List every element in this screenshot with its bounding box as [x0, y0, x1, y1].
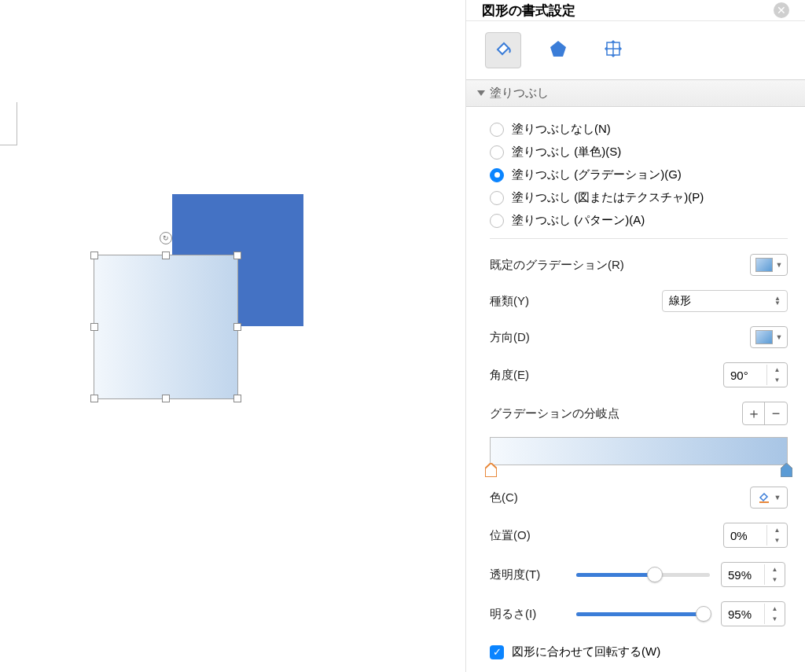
divider — [490, 238, 788, 239]
preset-gradient-label: 既定のグラデーション(R) — [490, 258, 624, 273]
panel-title: 図形の書式設定 — [482, 2, 774, 20]
size-icon — [603, 39, 623, 62]
canvas[interactable]: ↻ — [0, 0, 465, 672]
brightness-spinner[interactable]: ▲▼ — [721, 601, 785, 626]
direction-label: 方向(D) — [490, 330, 530, 345]
fill-option-label: 塗りつぶし (パターン)(A) — [512, 213, 645, 228]
preset-gradient-picker[interactable]: ▼ — [750, 254, 788, 276]
angle-spinner[interactable]: ▲▼ — [723, 362, 788, 387]
paint-bucket-icon — [493, 39, 513, 62]
rotate-with-shape-row[interactable]: ✓ 図形に合わせて回転する(W) — [490, 633, 788, 664]
pentagon-icon — [548, 39, 568, 62]
fill-option-label: 塗りつぶし (単色)(S) — [512, 145, 621, 160]
svg-marker-2 — [485, 463, 497, 477]
fill-option-gradient[interactable]: 塗りつぶし (グラデーション)(G) — [490, 163, 788, 186]
spinner-down[interactable]: ▼ — [767, 375, 787, 385]
slider-thumb[interactable] — [696, 606, 711, 622]
select-arrows-icon: ▲▼ — [774, 296, 781, 306]
add-stop-button[interactable]: ＋ — [743, 402, 765, 424]
shape-rectangle-gradient-selected[interactable]: ↻ — [94, 255, 238, 399]
panel-header: 図形の書式設定 ✕ — [466, 0, 805, 21]
fill-option-label: 塗りつぶし (図またはテクスチャ)(P) — [512, 190, 704, 205]
chevron-down-icon: ▼ — [776, 261, 783, 269]
rotate-with-shape-label: 図形に合わせて回転する(W) — [512, 644, 660, 659]
fill-option-picture[interactable]: 塗りつぶし (図またはテクスチャ)(P) — [490, 186, 788, 209]
fill-option-solid[interactable]: 塗りつぶし (単色)(S) — [490, 141, 788, 163]
svg-marker-0 — [550, 41, 566, 57]
tab-fill-line[interactable] — [485, 32, 521, 68]
radio-icon — [490, 191, 504, 205]
resize-handle-tm[interactable] — [162, 252, 170, 259]
gradient-stops-label: グラデーションの分岐点 — [490, 406, 619, 421]
color-picker[interactable]: ▼ — [750, 487, 788, 509]
disclosure-triangle-icon — [477, 90, 485, 96]
chevron-down-icon: ▼ — [774, 494, 781, 501]
paint-bucket-icon — [757, 490, 771, 506]
direction-picker[interactable]: ▼ — [750, 326, 788, 348]
svg-marker-3 — [781, 463, 792, 477]
resize-handle-br[interactable] — [233, 395, 241, 402]
type-label: 種類(Y) — [490, 294, 529, 309]
radio-icon — [490, 214, 504, 228]
spinner-down[interactable]: ▼ — [765, 614, 785, 624]
spinner-up[interactable]: ▲ — [767, 525, 787, 535]
spinner-down[interactable]: ▼ — [765, 575, 785, 585]
checkbox-checked-icon: ✓ — [490, 645, 504, 659]
transparency-input[interactable] — [722, 568, 764, 582]
chevron-down-icon: ▼ — [776, 333, 783, 341]
fill-option-pattern[interactable]: 塗りつぶし (パターン)(A) — [490, 209, 788, 232]
resize-handle-mr[interactable] — [233, 323, 241, 331]
fill-section-body: 塗りつぶしなし(N) 塗りつぶし (単色)(S) 塗りつぶし (グラデーション)… — [466, 107, 805, 672]
fill-section-title: 塗りつぶし — [490, 86, 549, 101]
gradient-swatch-icon — [755, 330, 773, 344]
angle-label: 角度(E) — [490, 368, 529, 383]
resize-handle-tr[interactable] — [233, 252, 241, 259]
svg-rect-4 — [759, 501, 769, 503]
gradient-stop-right[interactable] — [781, 463, 792, 477]
close-button[interactable]: ✕ — [774, 2, 789, 18]
resize-handle-tl[interactable] — [90, 252, 98, 259]
slider-thumb[interactable] — [647, 567, 663, 582]
fill-section-header[interactable]: 塗りつぶし — [466, 79, 805, 107]
color-label: 色(C) — [490, 490, 518, 505]
angle-input[interactable] — [724, 369, 766, 382]
brightness-label: 明るさ(I) — [490, 607, 565, 622]
position-input[interactable] — [724, 529, 766, 542]
spinner-up[interactable]: ▲ — [765, 564, 785, 575]
panel-tabs — [466, 21, 805, 79]
tab-size[interactable] — [595, 32, 631, 68]
format-shape-panel: 図形の書式設定 ✕ 塗りつぶし 塗りつぶしなし(N) — [465, 0, 805, 672]
fill-option-none[interactable]: 塗りつぶしなし(N) — [490, 118, 788, 141]
gradient-type-select[interactable]: 線形 ▲▼ — [662, 290, 788, 312]
rotate-handle[interactable]: ↻ — [160, 232, 172, 244]
gradient-stop-left[interactable] — [485, 463, 497, 477]
brightness-slider[interactable] — [576, 612, 710, 616]
transparency-slider[interactable] — [576, 573, 710, 577]
gradient-stops-bar[interactable] — [490, 437, 788, 465]
resize-handle-bm[interactable] — [162, 395, 170, 402]
gradient-stops-add-remove: ＋ − — [742, 402, 788, 425]
position-label: 位置(O) — [490, 528, 531, 543]
radio-icon — [490, 123, 504, 137]
radio-icon-checked — [490, 168, 504, 182]
gradient-swatch-icon — [755, 258, 773, 272]
fill-option-label: 塗りつぶしなし(N) — [512, 122, 611, 137]
spinner-down[interactable]: ▼ — [767, 535, 787, 545]
position-spinner[interactable]: ▲▼ — [723, 523, 788, 548]
transparency-spinner[interactable]: ▲▼ — [721, 562, 785, 587]
remove-stop-button[interactable]: − — [765, 402, 787, 424]
spinner-up[interactable]: ▲ — [765, 604, 785, 614]
fill-option-label: 塗りつぶし (グラデーション)(G) — [512, 167, 682, 182]
spinner-up[interactable]: ▲ — [767, 365, 787, 375]
type-value: 線形 — [669, 294, 691, 308]
radio-icon — [490, 145, 504, 160]
transparency-label: 透明度(T) — [490, 567, 565, 582]
resize-handle-bl[interactable] — [90, 395, 98, 402]
brightness-input[interactable] — [722, 608, 764, 621]
page-edge — [0, 102, 17, 145]
tab-effects[interactable] — [540, 32, 576, 68]
resize-handle-ml[interactable] — [90, 323, 98, 331]
